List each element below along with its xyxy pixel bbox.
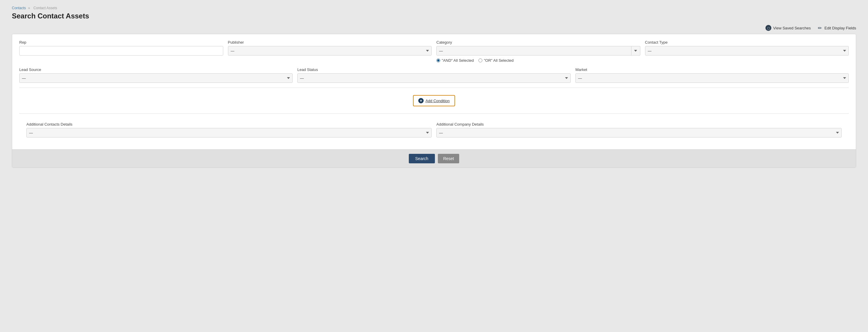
rep-label: Rep	[19, 40, 223, 45]
or-radio-label[interactable]: "OR" All Selected	[478, 58, 514, 63]
market-label: Market	[576, 67, 849, 72]
saved-searches-icon: ▢	[766, 25, 771, 31]
edit-display-fields-label: Edit Display Fields	[825, 26, 856, 30]
lead-status-select[interactable]: —	[297, 73, 571, 83]
category-dropdown-button[interactable]	[631, 46, 640, 56]
additional-company-label: Additional Company Details	[436, 122, 842, 127]
form-row-2: Lead Source — Lead Status — Market —	[19, 67, 849, 83]
search-footer: Search Reset	[12, 149, 856, 167]
breadcrumb-current: Contact Assets	[33, 6, 57, 10]
category-label: Category	[436, 40, 640, 45]
additional-contacts-label: Additional Contacts Details	[26, 122, 432, 127]
category-group: Category — "AND" All Selected	[436, 40, 640, 63]
or-radio-text: "OR" All Selected	[484, 58, 514, 63]
view-saved-searches-label: View Saved Searches	[773, 26, 811, 30]
add-condition-icon: +	[418, 98, 424, 103]
category-radio-group: "AND" All Selected "OR" All Selected	[436, 58, 640, 63]
add-condition-button[interactable]: + Add Condition	[413, 95, 455, 106]
add-condition-row: + Add Condition	[19, 91, 849, 110]
top-actions-bar: ▢ View Saved Searches ✏ Edit Display Fie…	[12, 25, 856, 31]
view-saved-searches-button[interactable]: ▢ View Saved Searches	[766, 25, 811, 31]
edit-display-icon: ✏	[817, 25, 823, 31]
and-radio-text: "AND" All Selected	[442, 58, 474, 63]
publisher-label: Publisher	[228, 40, 432, 45]
market-select[interactable]: —	[576, 73, 849, 83]
additional-company-group: Additional Company Details —	[436, 122, 842, 138]
publisher-select[interactable]: —	[228, 46, 432, 56]
lead-source-label: Lead Source	[19, 67, 292, 72]
search-button[interactable]: Search	[409, 154, 435, 163]
market-group: Market —	[576, 67, 849, 83]
divider-2	[19, 113, 849, 114]
add-condition-label: Add Condition	[425, 99, 450, 103]
additional-contacts-group: Additional Contacts Details —	[26, 122, 432, 138]
contact-type-group: Contact Type —	[645, 40, 849, 63]
page-title: Search Contact Assets	[12, 12, 856, 20]
breadcrumb-separator: »	[28, 6, 30, 10]
breadcrumb-parent-link[interactable]: Contacts	[12, 6, 26, 10]
divider-1	[19, 88, 849, 88]
additional-contacts-select[interactable]: —	[26, 128, 432, 138]
contact-type-label: Contact Type	[645, 40, 849, 45]
lead-status-label: Lead Status	[297, 67, 571, 72]
publisher-group: Publisher —	[228, 40, 432, 63]
and-radio-input[interactable]	[436, 58, 440, 62]
rep-input[interactable]	[19, 46, 223, 56]
additional-company-select[interactable]: —	[436, 128, 842, 138]
edit-display-fields-button[interactable]: ✏ Edit Display Fields	[817, 25, 856, 31]
lead-source-group: Lead Source —	[19, 67, 292, 83]
and-radio-label[interactable]: "AND" All Selected	[436, 58, 474, 63]
search-form: Rep Publisher — Category —	[12, 34, 856, 149]
rep-group: Rep	[19, 40, 223, 63]
or-radio-input[interactable]	[478, 58, 482, 62]
lead-source-select[interactable]: —	[19, 73, 292, 83]
search-panel: Rep Publisher — Category —	[12, 34, 856, 168]
reset-button[interactable]: Reset	[438, 154, 460, 163]
chevron-down-icon	[634, 50, 637, 52]
contact-type-select[interactable]: —	[645, 46, 849, 56]
lead-status-group: Lead Status —	[297, 67, 571, 83]
additional-details-row: Additional Contacts Details — Additional…	[19, 117, 849, 143]
category-select[interactable]: —	[436, 46, 631, 56]
form-row-1: Rep Publisher — Category —	[19, 40, 849, 63]
breadcrumb: Contacts » Contact Assets	[12, 6, 856, 10]
category-select-wrapper: —	[436, 46, 640, 56]
